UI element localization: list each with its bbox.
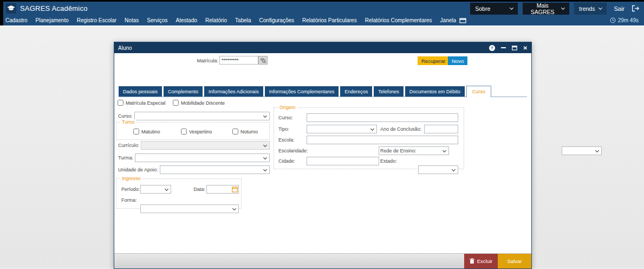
menu-item-relatorios-particulares[interactable]: Relatórios Particulares [302, 17, 357, 23]
menu-item-relatorio[interactable]: Relatório [205, 17, 227, 23]
menu-item-atestado[interactable]: Atestado [176, 17, 197, 23]
checkbox-mobilidade-discente[interactable] [173, 100, 179, 106]
logout-icon[interactable] [632, 5, 640, 12]
matricula-especial-checkbox[interactable]: Matrícula Especial [118, 100, 166, 106]
header-actions: Sobre Mais SAGRES trends Sair [470, 2, 644, 15]
ingresso-legend: Ingresso [120, 176, 142, 181]
curriculo-select [141, 141, 270, 150]
dialog-titlebar[interactable]: Aluno ? ✕ [114, 42, 531, 53]
aluno-dialog: Aluno ? ✕ Matrícula: Recuperar Novo Dado… [114, 42, 532, 269]
turma-select[interactable] [135, 153, 270, 162]
escola-label: Escola: [278, 137, 295, 143]
menu-bar: CadastroPlanejamentoRegistro EscolarNota… [3, 15, 644, 25]
tab-informacoes-adicionais[interactable]: Informações Adicionais [204, 86, 263, 97]
menu-item-janela[interactable]: Janela [440, 17, 456, 23]
checkbox-noturno[interactable] [232, 129, 238, 134]
curriculo-label: Currículo: [118, 143, 139, 148]
recuperar-button[interactable]: Recuperar [418, 56, 449, 65]
ingresso-fieldset: Ingresso Período: Data: Forma: [116, 178, 242, 209]
periodo-label: Período: [121, 187, 140, 192]
app-title: SAGRES Acadêmico [20, 4, 88, 12]
checkbox-matutino[interactable] [133, 129, 139, 134]
forma-label: Forma: [121, 197, 137, 203]
data-label: Data: [181, 187, 205, 192]
tab-dados-pessoais[interactable]: Dados pessoais [119, 86, 162, 97]
curso-label: Curso: [118, 113, 133, 119]
menu-item-cadastro[interactable]: Cadastro [5, 17, 28, 23]
menu-item-registro-escolar[interactable]: Registro Escolar [77, 17, 116, 23]
sobre-dropdown[interactable]: Sobre [470, 3, 518, 15]
rede-ensino-select[interactable] [562, 146, 602, 155]
lookup-icon[interactable] [258, 56, 268, 65]
turno-checkbox-matutino[interactable]: Matutino [133, 129, 160, 134]
calendar-icon[interactable] [232, 186, 238, 193]
salvar-button[interactable]: Salvar [498, 254, 531, 268]
tab-enderecos[interactable]: Endereços [340, 86, 372, 97]
window-icon[interactable] [459, 18, 466, 23]
maximize-icon[interactable] [512, 46, 517, 50]
chevron-down-icon [510, 5, 513, 9]
periodo-select[interactable] [140, 185, 171, 194]
minimize-icon[interactable] [501, 47, 506, 48]
tab-bar: Dados pessoaisComplementoInformações Adi… [119, 86, 527, 97]
origem-legend: Origem [278, 105, 297, 110]
tab-curso[interactable]: Curso [466, 86, 491, 97]
brand: SAGRES Acadêmico [3, 3, 88, 14]
top-header: SAGRES Acadêmico Sobre Mais SAGRES trend… [3, 0, 644, 15]
novo-button[interactable]: Novo [448, 56, 467, 65]
checkbox-label: Mobilidade Discente [181, 100, 225, 106]
escola-input[interactable] [307, 136, 458, 144]
session-timer-value: 29m 49s [618, 17, 639, 23]
menu-item-notas[interactable]: Notas [125, 17, 139, 23]
menu-item-tabela[interactable]: Tabela [235, 17, 251, 23]
mobilidade-discente-checkbox[interactable]: Mobilidade Discente [173, 100, 225, 106]
checkbox-label: Matrícula Especial [126, 100, 166, 106]
turma-row: Turma: [118, 153, 270, 162]
turma-label: Turma: [118, 155, 133, 161]
chevron-down-icon [561, 5, 565, 9]
checkbox-matricula-especial[interactable] [118, 100, 123, 106]
unidade-apoio-select[interactable] [160, 165, 270, 174]
menu-item-servicos[interactable]: Serviços [147, 17, 167, 23]
matricula-input[interactable] [219, 56, 258, 65]
sair-button[interactable]: Sair [612, 5, 627, 12]
dialog-footer: Excluir Salvar [114, 253, 531, 268]
menu-item-relatorios-complementares[interactable]: Relatórios Complementares [365, 17, 432, 23]
escolaridade-label: Escolaridade: [278, 148, 308, 153]
dialog-body: Matrícula: Recuperar Novo Dados pessoais… [114, 53, 531, 268]
trends-dropdown[interactable]: trends [574, 3, 607, 15]
estado-select[interactable] [418, 165, 458, 174]
origem-fieldset: Origem Curso: Tipo: Ano de Conclusão: Es… [274, 107, 464, 169]
cidade-label: Cidade: [278, 158, 295, 164]
tab-telefones[interactable]: Telefones [374, 86, 404, 97]
menu-item-planejamento[interactable]: Planejamento [36, 17, 69, 23]
help-icon[interactable]: ? [489, 45, 495, 51]
rede-ensino-label: Rede de Ensino: [380, 148, 417, 153]
tab-complemento[interactable]: Complemento [164, 86, 203, 97]
forma-select[interactable] [140, 204, 239, 213]
cidade-input[interactable] [307, 157, 379, 165]
unidade-apoio-row: Unidade de Apoio: [118, 165, 270, 174]
menu-item-configuracoes[interactable]: Configurações [259, 17, 294, 23]
matricula-label: Matrícula: [166, 58, 218, 63]
origem-tipo-select[interactable] [307, 125, 377, 133]
curso-row: Curso: [118, 112, 270, 120]
ano-conclusao-input[interactable] [424, 125, 458, 133]
checkbox-label: Noturno [240, 129, 258, 134]
dialog-title: Aluno [118, 45, 132, 51]
origem-curso-label: Curso: [278, 115, 293, 120]
origem-curso-input[interactable] [307, 113, 458, 122]
mais-sagres-dropdown[interactable]: Mais SAGRES [523, 3, 569, 15]
excluir-label: Excluir [477, 258, 493, 264]
clock-icon [610, 17, 616, 23]
tab-documentos-em-debito[interactable]: Documentos em Débito [405, 86, 465, 97]
turno-checkbox-noturno[interactable]: Noturno [232, 129, 258, 134]
close-icon[interactable]: ✕ [523, 45, 528, 51]
curso-select[interactable] [134, 112, 270, 120]
turno-checkbox-vespertino[interactable]: Vespertino [181, 129, 212, 134]
excluir-button[interactable]: Excluir [464, 254, 498, 268]
estado-label: Estado: [380, 158, 397, 164]
tab-informacoes-complementares[interactable]: Informações Complementares [265, 86, 339, 97]
checkbox-vespertino[interactable] [181, 129, 187, 134]
trends-label: trends [579, 5, 595, 12]
